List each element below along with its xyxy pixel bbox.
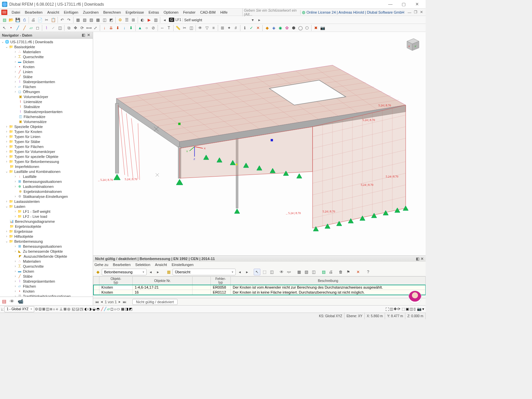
- render3-icon[interactable]: ◩: [129, 307, 132, 311]
- draw5-icon[interactable]: ○: [114, 307, 116, 311]
- filter3-icon[interactable]: ◫: [268, 269, 275, 275]
- paste-icon[interactable]: 📋: [50, 17, 56, 23]
- save-icon[interactable]: 💾: [15, 17, 21, 23]
- next2-icon[interactable]: ▸: [244, 269, 250, 275]
- view-cube[interactable]: -Y X: [403, 35, 422, 54]
- tree-item[interactable]: ›⊕Lastkombinationen: [0, 184, 93, 189]
- menu-berechnen[interactable]: Berechnen: [101, 10, 123, 14]
- trash-icon[interactable]: 🗑: [337, 269, 344, 275]
- design-combo[interactable]: Betonbemessung▾: [102, 269, 147, 275]
- view6-icon[interactable]: ◩: [108, 17, 114, 23]
- draw3-icon[interactable]: ▱: [107, 307, 110, 311]
- report-icon[interactable]: 📄: [37, 17, 43, 23]
- tree-item[interactable]: ›⌇Stabrepräsentanten: [0, 79, 93, 84]
- snap1-icon[interactable]: ⊙: [35, 307, 38, 311]
- tree-item[interactable]: ▣Volumensätze: [0, 119, 93, 124]
- tree-item[interactable]: 📁Ergebnisobjekte: [0, 224, 93, 229]
- print-icon[interactable]: 🖨: [30, 17, 36, 23]
- wizard-icon[interactable]: ✦: [226, 25, 232, 31]
- tree-item[interactable]: ›╱Stäbe: [0, 74, 93, 79]
- tree-item[interactable]: 📁Imperfektionen: [0, 164, 93, 169]
- check-icon[interactable]: ✓: [248, 25, 254, 31]
- tree-item[interactable]: ›▬Dicken: [0, 59, 93, 64]
- prev-icon[interactable]: ◂: [147, 269, 154, 275]
- tree-item[interactable]: ›📁Typen für Stäbe: [0, 139, 93, 144]
- ortho-icon[interactable]: ⊥: [60, 307, 63, 311]
- vis3-icon[interactable]: ◒: [92, 307, 96, 311]
- overview-icon[interactable]: ▦: [165, 269, 172, 275]
- view-front-icon[interactable]: ◫: [410, 307, 413, 311]
- loadcase-name[interactable]: Self weight: [183, 18, 249, 22]
- help-icon[interactable]: ?: [365, 269, 371, 275]
- opening-icon[interactable]: ◻: [35, 25, 41, 31]
- view3-icon[interactable]: ▨: [88, 17, 94, 23]
- menu-cadbim[interactable]: CAD-BIM: [198, 10, 218, 14]
- select-icon[interactable]: ↖: [1, 25, 7, 31]
- menu-bearbeiten2[interactable]: Bearbeiten: [113, 263, 131, 267]
- filter-icon[interactable]: ▽: [204, 25, 210, 31]
- hinge-icon[interactable]: ○: [144, 25, 150, 31]
- tree-item[interactable]: ›▬Dicken: [0, 269, 93, 274]
- table-row[interactable]: Knoten 1-4,6-14,17-21 ER0058 Der Knoten …: [93, 285, 426, 290]
- rotate-icon[interactable]: ⟳: [79, 25, 85, 31]
- doc-minimize-button[interactable]: —: [406, 10, 413, 14]
- panel-close-icon[interactable]: ✕: [86, 33, 91, 37]
- camera-icon[interactable]: 📷: [320, 25, 326, 31]
- error-icon[interactable]: ✕: [255, 25, 261, 31]
- tree-item[interactable]: ◤Auszuschließende Objekte: [0, 254, 93, 259]
- surface-icon[interactable]: ▱: [28, 25, 34, 31]
- th-fehler[interactable]: Fehler- typ: [211, 277, 231, 285]
- addon5-icon[interactable]: ⬢: [291, 25, 297, 31]
- addon3-icon[interactable]: ◉: [277, 25, 283, 31]
- tree-item[interactable]: ›📁Typen für spezielle Objekte: [0, 154, 93, 159]
- snap4-icon[interactable]: ◫: [46, 307, 49, 311]
- cut-icon[interactable]: ✂: [44, 17, 50, 23]
- cam-list-icon[interactable]: ▾: [422, 307, 424, 311]
- tree-item[interactable]: ›∴Materialien: [0, 49, 93, 54]
- tree-item[interactable]: ›↓Lastfälle: [0, 174, 93, 179]
- orbit-icon[interactable]: ⟳: [397, 307, 400, 311]
- tree-item[interactable]: ›•Knoten: [0, 289, 93, 294]
- menu-einfuegen[interactable]: Einfügen: [62, 10, 80, 14]
- tree-item[interactable]: ›∴Materialien: [0, 259, 93, 264]
- text-icon[interactable]: T: [166, 25, 172, 31]
- addon2-icon[interactable]: ◈: [271, 25, 277, 31]
- layers-icon[interactable]: ☰: [124, 17, 130, 23]
- grid1-icon[interactable]: ▦: [296, 269, 302, 275]
- menu-datei[interactable]: Datei: [9, 10, 23, 14]
- prev2-icon[interactable]: ◂: [236, 269, 243, 275]
- generator-icon[interactable]: ⊞: [219, 25, 225, 31]
- delete-icon[interactable]: ✖: [313, 25, 319, 31]
- tree-item[interactable]: ›📁Ergebnisse: [0, 229, 93, 234]
- menu-ergebnisse[interactable]: Ergebnisse: [123, 10, 146, 14]
- panel-pin-icon[interactable]: ◧: [416, 257, 419, 261]
- pager-last-icon[interactable]: ⏭: [123, 300, 126, 304]
- menu-ansicht[interactable]: Ansicht: [45, 10, 62, 14]
- draw2-icon[interactable]: ╱: [104, 307, 106, 311]
- tree-item[interactable]: ›工Querschnitte: [0, 264, 93, 269]
- addon7-icon[interactable]: ⬡: [304, 25, 310, 31]
- tree-item[interactable]: ›⊞Bemessungssituationen: [0, 244, 93, 249]
- draw6-icon[interactable]: ⬭: [117, 307, 120, 311]
- pager-tab[interactable]: Nicht gültig / deaktiviert: [132, 299, 178, 305]
- axis3d-icon[interactable]: ⟀: [1, 307, 4, 312]
- cam-save-icon[interactable]: 📷: [417, 307, 422, 311]
- move-icon[interactable]: ✥: [72, 25, 78, 31]
- copy-icon[interactable]: ⧉: [66, 25, 72, 31]
- filter2-icon[interactable]: ⬚: [261, 269, 268, 275]
- design-icon[interactable]: ◆: [94, 269, 101, 275]
- close2-icon[interactable]: ✕: [355, 269, 361, 275]
- tree-item[interactable]: ⌇Liniensätze: [0, 99, 93, 104]
- tree-item[interactable]: ▣Volumenkörper: [0, 94, 93, 99]
- calc-icon[interactable]: ⚙: [117, 17, 123, 23]
- tree-root[interactable]: ⌄🌐US-17311.rf6 | Downloads: [0, 39, 93, 44]
- minimize-button[interactable]: —: [384, 0, 397, 9]
- nav-tab-views-icon[interactable]: 📹: [18, 299, 23, 304]
- dim-icon[interactable]: ↔: [159, 25, 165, 31]
- vis1-icon[interactable]: ◐: [84, 307, 88, 311]
- lineset-icon[interactable]: ⌇: [44, 25, 50, 31]
- load1-icon[interactable]: ↓: [101, 25, 107, 31]
- tree-item[interactable]: ›📁Typen für Betonbemessung: [0, 159, 93, 164]
- menu-zuordnen[interactable]: Zuordnen: [80, 10, 101, 14]
- tree-item[interactable]: ›📁Spezielle Objekte: [0, 124, 93, 129]
